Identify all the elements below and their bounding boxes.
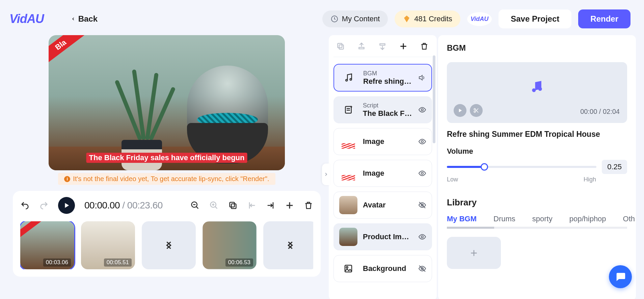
eye-off-icon[interactable] (418, 265, 426, 273)
timeline-clip[interactable]: 00:06.53 (203, 221, 257, 269)
redo-button[interactable] (39, 201, 49, 210)
render-button[interactable]: Render (578, 9, 630, 28)
library-tabs: My BGM Drums sporty pop/hiphop Oth (447, 215, 627, 229)
save-project-button[interactable]: Save Project (499, 9, 571, 28)
brand-badge-text: VidAU (471, 16, 488, 23)
chevron-right-icon (323, 172, 329, 177)
volume-icon[interactable] (418, 74, 426, 82)
volume-slider[interactable] (447, 166, 596, 168)
chat-icon (615, 271, 626, 282)
trash-icon (420, 42, 429, 51)
transition-icon (163, 240, 175, 251)
script-icon (339, 101, 357, 119)
duplicate-button[interactable] (228, 201, 238, 210)
my-content-button[interactable]: My Content (322, 10, 388, 27)
svg-rect-8 (231, 204, 236, 208)
diamond-icon (403, 15, 411, 23)
image-thumb (339, 164, 357, 182)
volume-slider-thumb[interactable] (481, 163, 488, 171)
volume-high-label: High (584, 176, 596, 183)
tab-other[interactable]: Oth (623, 215, 635, 223)
send-back-icon (378, 42, 387, 51)
layer-label: BGM (363, 70, 412, 77)
zoom-in-button[interactable] (209, 201, 219, 210)
svg-point-40 (474, 111, 476, 113)
current-time: 00:00.00 (84, 200, 120, 210)
add-clip-button[interactable] (285, 201, 294, 210)
video-preview[interactable]: Bla The Black Friday sales have official… (49, 35, 285, 170)
bgm-trim-button[interactable] (470, 104, 483, 117)
layer-copy-button[interactable] (336, 42, 345, 51)
undo-icon (20, 201, 30, 210)
bgm-time-display: 00:00 / 02:04 (580, 108, 620, 116)
eye-icon[interactable] (418, 106, 426, 114)
layer-item-product-image[interactable]: Product Image (333, 223, 432, 250)
zoom-out-button[interactable] (190, 201, 200, 210)
timeline-clip[interactable]: 00:05.51 (81, 221, 135, 269)
layer-item-bgm[interactable]: BGM Refre shing S… (333, 64, 432, 92)
tab-pop-hiphop[interactable]: pop/hiphop (569, 215, 606, 223)
image-thumb (339, 132, 357, 151)
render-notice-text: It's not the final video yet, To get acc… (73, 175, 269, 183)
align-left-button[interactable] (247, 201, 257, 210)
credits-chip[interactable]: 481 Credits (395, 10, 460, 27)
timeline-transition[interactable] (142, 221, 196, 269)
eye-icon[interactable] (418, 169, 426, 177)
bring-front-icon (357, 42, 366, 51)
collapse-layers-button[interactable] (322, 164, 330, 185)
layer-item-image[interactable]: Image (333, 160, 432, 187)
layer-item-background[interactable]: Background (333, 255, 432, 282)
layer-value: The Black Fri… (363, 109, 413, 118)
layer-add-button[interactable] (399, 42, 408, 51)
clock-icon (330, 15, 339, 23)
layer-bring-front-button[interactable] (357, 42, 366, 51)
bgm-waveform[interactable]: 00:00 / 02:04 (447, 62, 627, 123)
layer-value: Product Image (363, 232, 413, 241)
render-notice: i It's not the final video yet, To get a… (58, 173, 275, 185)
align-right-button[interactable] (266, 201, 275, 210)
library-title: Library (447, 197, 627, 208)
library-add-button[interactable] (447, 237, 501, 269)
play-button[interactable] (58, 197, 75, 214)
copy-icon (336, 42, 345, 51)
svg-line-7 (215, 207, 217, 209)
layer-value: Refre shing S… (363, 77, 412, 86)
back-button[interactable]: Back (71, 14, 98, 24)
app-logo: VidAU (9, 12, 44, 26)
bgm-track-title: Refre shing Summer EDM Tropical House (447, 130, 627, 139)
tab-my-bgm[interactable]: My BGM (447, 215, 477, 223)
svg-rect-17 (338, 43, 342, 48)
layer-item-avatar[interactable]: Avatar (333, 192, 432, 219)
tab-drums[interactable]: Drums (493, 215, 515, 223)
svg-point-27 (421, 109, 423, 111)
avatar-thumb (339, 196, 357, 214)
back-label: Back (78, 14, 98, 24)
bgm-play-button[interactable] (454, 104, 466, 117)
eye-off-icon[interactable] (418, 201, 426, 209)
bgm-panel: BGM 00:00 / 02:04 Refre shing Summer EDM… (438, 35, 636, 299)
play-icon (63, 202, 70, 209)
svg-point-23 (350, 79, 352, 80)
svg-rect-33 (345, 265, 352, 272)
zoom-in-icon (209, 201, 219, 210)
eye-icon[interactable] (418, 233, 426, 241)
timeline-clips[interactable]: 00:03.06 00:05.51 00:06.53 (20, 221, 313, 269)
chat-button[interactable] (609, 265, 632, 288)
timeline-transition[interactable] (263, 221, 313, 269)
eye-icon[interactable] (418, 138, 426, 146)
plus-icon (469, 249, 478, 257)
timeline-clip[interactable]: 00:03.06 (20, 221, 74, 269)
svg-rect-18 (359, 47, 364, 49)
tab-sporty[interactable]: sporty (532, 215, 553, 223)
volume-label: Volume (447, 147, 627, 156)
delete-clip-button[interactable] (304, 201, 313, 210)
layer-delete-button[interactable] (420, 42, 429, 51)
timeline-panel: 00:00.00 / 00:23.60 (13, 191, 321, 277)
undo-button[interactable] (20, 201, 30, 210)
background-icon (339, 259, 357, 278)
volume-value: 0.25 (602, 160, 627, 174)
layer-send-back-button[interactable] (378, 42, 387, 51)
layer-item-image[interactable]: Image (333, 128, 432, 155)
layer-item-script[interactable]: Script The Black Fri… (333, 96, 432, 123)
svg-point-29 (421, 172, 423, 174)
